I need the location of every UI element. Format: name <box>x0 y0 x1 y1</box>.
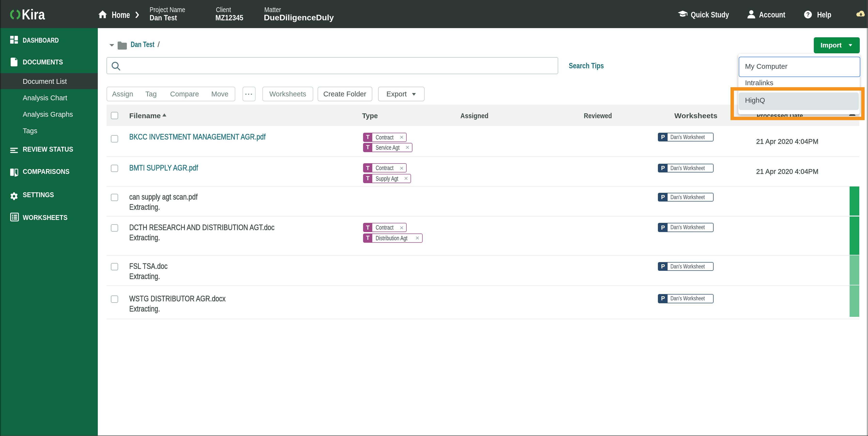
svg-text:?: ? <box>806 11 809 18</box>
